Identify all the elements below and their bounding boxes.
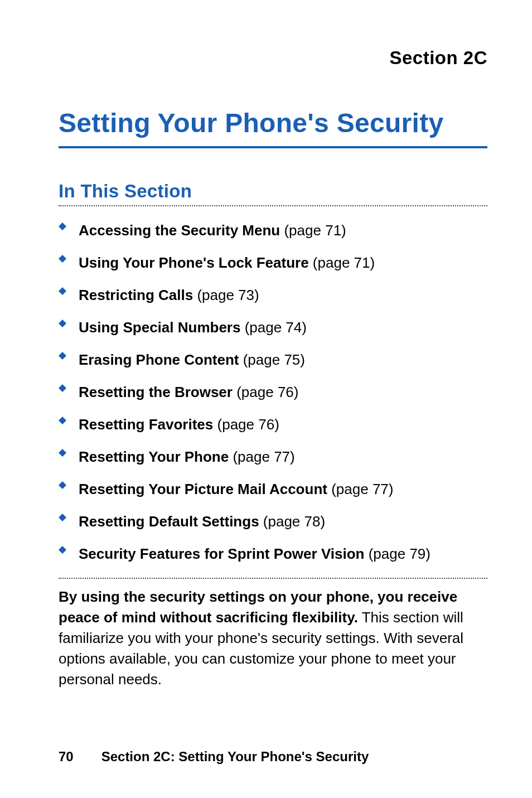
toc-item-page-ref: (page 76)	[213, 416, 279, 433]
toc-item-text: Using Special Numbers (page 74)	[79, 318, 307, 336]
toc-item-text: Erasing Phone Content (page 75)	[79, 351, 305, 369]
toc-list: Accessing the Security Menu (page 71)Usi…	[59, 206, 487, 578]
toc-item-title: Using Special Numbers	[79, 319, 240, 336]
toc-item-text: Accessing the Security Menu (page 71)	[79, 221, 346, 239]
svg-marker-9	[59, 514, 66, 521]
page-number: 70	[59, 749, 98, 765]
diamond-bullet-icon	[59, 448, 66, 457]
intro-paragraph: By using the security settings on your p…	[59, 587, 487, 690]
toc-item-page-ref: (page 77)	[327, 481, 394, 497]
toc-item: Resetting Your Picture Mail Account (pag…	[59, 473, 487, 505]
toc-item-page-ref: (page 73)	[193, 287, 259, 303]
toc-item-text: Security Features for Sprint Power Visio…	[79, 545, 431, 563]
toc-item-title: Erasing Phone Content	[79, 351, 239, 368]
diamond-bullet-icon	[59, 254, 66, 263]
toc-item-title: Resetting the Browser	[79, 384, 233, 400]
toc-item-page-ref: (page 77)	[229, 448, 295, 465]
toc-item-title: Using Your Phone's Lock Feature	[79, 254, 309, 271]
toc-item: Accessing the Security Menu (page 71)	[59, 214, 487, 246]
toc-item: Resetting Your Phone (page 77)	[59, 441, 487, 473]
running-head: Section 2C: Setting Your Phone's Securit…	[101, 749, 369, 764]
page-title: Setting Your Phone's Security	[59, 108, 487, 138]
toc-item: Resetting the Browser (page 76)	[59, 376, 487, 408]
svg-marker-0	[59, 223, 66, 230]
toc-item-text: Using Your Phone's Lock Feature (page 71…	[79, 254, 375, 272]
diamond-bullet-icon	[59, 480, 66, 489]
toc-item-title: Resetting Your Phone	[79, 448, 229, 465]
toc-item-title: Resetting Your Picture Mail Account	[79, 481, 327, 497]
toc-item: Security Features for Sprint Power Visio…	[59, 538, 487, 570]
toc-item-page-ref: (page 79)	[364, 545, 431, 562]
toc-item-text: Resetting Favorites (page 76)	[79, 415, 279, 433]
toc-item-page-ref: (page 76)	[233, 384, 299, 400]
diamond-bullet-icon	[59, 318, 66, 327]
diamond-bullet-icon	[59, 415, 66, 424]
toc-item-title: Resetting Default Settings	[79, 513, 259, 530]
toc-item-title: Resetting Favorites	[79, 416, 213, 433]
svg-marker-2	[59, 287, 66, 295]
in-this-section-heading: In This Section	[59, 181, 487, 202]
toc-item: Resetting Favorites (page 76)	[59, 408, 487, 441]
svg-marker-8	[59, 481, 66, 489]
svg-marker-4	[59, 352, 66, 360]
diamond-bullet-icon	[59, 221, 66, 230]
toc-item-text: Restricting Calls (page 73)	[79, 286, 259, 304]
toc-item-page-ref: (page 71)	[309, 254, 375, 271]
toc-item-page-ref: (page 74)	[240, 319, 307, 336]
toc-item: Erasing Phone Content (page 75)	[59, 344, 487, 376]
toc-item-title: Accessing the Security Menu	[79, 222, 280, 239]
toc-item-title: Restricting Calls	[79, 287, 193, 303]
toc-item: Using Your Phone's Lock Feature (page 71…	[59, 246, 487, 279]
svg-marker-5	[59, 384, 66, 392]
diamond-bullet-icon	[59, 512, 66, 521]
diamond-bullet-icon	[59, 286, 66, 295]
toc-item-text: Resetting Default Settings (page 78)	[79, 512, 325, 530]
toc-item-page-ref: (page 71)	[280, 222, 346, 239]
diamond-bullet-icon	[59, 351, 66, 360]
toc-item-text: Resetting Your Picture Mail Account (pag…	[79, 480, 393, 498]
svg-marker-10	[59, 546, 66, 554]
svg-marker-6	[59, 417, 66, 424]
title-rule	[59, 146, 487, 148]
diamond-bullet-icon	[59, 383, 66, 392]
toc-item-text: Resetting the Browser (page 76)	[79, 383, 298, 401]
toc-item-page-ref: (page 78)	[259, 513, 326, 530]
svg-marker-7	[59, 449, 66, 457]
toc-item-title: Security Features for Sprint Power Visio…	[79, 545, 364, 562]
toc-item: Using Special Numbers (page 74)	[59, 311, 487, 344]
svg-marker-3	[59, 320, 66, 327]
svg-marker-1	[59, 255, 66, 263]
page-footer: 70 Section 2C: Setting Your Phone's Secu…	[59, 749, 369, 765]
toc-item-page-ref: (page 75)	[239, 351, 305, 368]
diamond-bullet-icon	[59, 545, 66, 554]
section-label: Section 2C	[59, 47, 487, 69]
toc-item: Restricting Calls (page 73)	[59, 279, 487, 311]
toc-item-text: Resetting Your Phone (page 77)	[79, 448, 295, 466]
divider-bottom	[59, 578, 487, 579]
toc-item: Resetting Default Settings (page 78)	[59, 505, 487, 538]
